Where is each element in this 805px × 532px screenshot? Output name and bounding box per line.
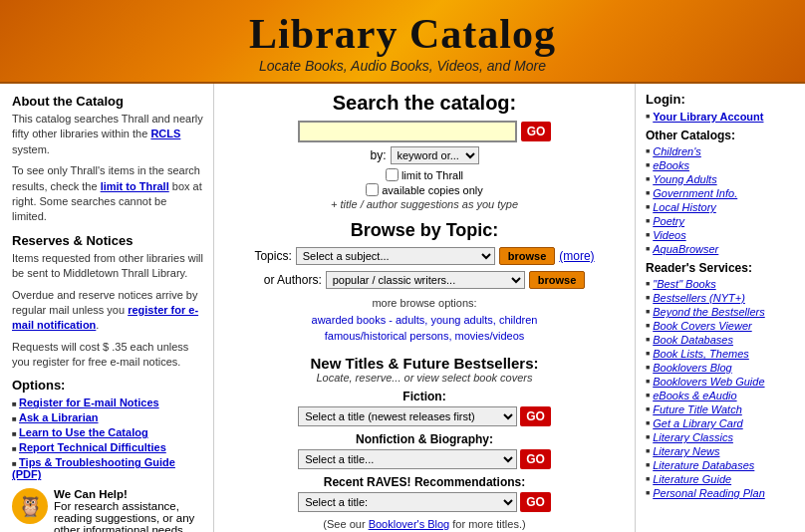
reader-beyond[interactable]: Beyond the Bestsellers [646, 306, 797, 318]
reader-ebooks-audio[interactable]: eBooks & eAudio [646, 390, 797, 401]
option-tips[interactable]: Tips & Troubleshooting Guide (PDF) [12, 456, 203, 480]
reader-book-lists[interactable]: Book Lists, Themes [646, 348, 797, 360]
catalog-ebooks[interactable]: eBooks [646, 159, 797, 171]
reserves-text2: Overdue and reserve notices arrive by re… [12, 288, 203, 334]
we-can-help-title: We Can Help! [54, 488, 128, 500]
page-title: Library Catalog [0, 10, 805, 58]
reader-lit-databases[interactable]: Literature Databases [646, 459, 797, 471]
about-limit-text: To see only Thrall's items in the search… [12, 163, 203, 225]
catalog-videos[interactable]: Videos [646, 229, 797, 241]
options-title: Options: [12, 378, 203, 393]
reader-literary-news[interactable]: Literary News [646, 445, 797, 457]
option-report[interactable]: Report Technical Difficulties [12, 441, 203, 453]
limit-checkbox-row: limit to Thrall [224, 168, 625, 181]
booklover-blog-link[interactable]: Booklover's Blog [369, 518, 450, 530]
page-subtitle: Locate Books, Audio Books, Videos, and M… [0, 58, 805, 74]
we-can-help-text: We Can Help! For research assistance, re… [54, 488, 203, 532]
nonfiction-go-button[interactable]: GO [520, 449, 551, 469]
nonfiction-row: Select a title... GO [224, 449, 625, 469]
catalog-young-adults[interactable]: Young Adults [646, 173, 797, 185]
catalogs-list: Children's eBooks Young Adults Governmen… [646, 145, 797, 255]
fiction-row: Select a title (newest releases first) G… [224, 406, 625, 426]
awarded-books-link[interactable]: awarded books - adults, young adults, ch… [312, 314, 538, 326]
option-learn[interactable]: Learn to Use the Catalog [12, 426, 203, 438]
limit-thrall-link[interactable]: limit to Thrall [101, 180, 169, 192]
limit-label: limit to Thrall [402, 169, 463, 181]
login-title: Login: [646, 92, 797, 107]
authors-row: or Authors: popular / classic writers...… [224, 271, 625, 289]
topics-select[interactable]: Select a subject... [296, 247, 495, 265]
reader-best-books[interactable]: "Best" Books [646, 278, 797, 290]
options-list: Register for E-mail Notices Ask a Librar… [12, 397, 203, 480]
we-can-help-body: For research assistance, reading suggest… [54, 500, 194, 532]
fiction-go-button[interactable]: GO [520, 406, 551, 426]
fiction-label: Fiction: [224, 390, 625, 403]
search-go-button[interactable]: GO [521, 122, 552, 141]
more-browse: more browse options: awarded books - adu… [224, 295, 625, 345]
options-section: Options: Register for E-mail Notices Ask… [12, 378, 203, 480]
reserves-text3: Requests will cost $ .35 each unless you… [12, 340, 203, 371]
available-label: available copies only [382, 184, 483, 196]
limit-thrall-checkbox[interactable] [386, 168, 399, 181]
catalog-government[interactable]: Government Info. [646, 187, 797, 199]
search-section: Search the catalog: GO by: keyword or...… [224, 92, 625, 210]
reader-lit-guide[interactable]: Literature Guide [646, 473, 797, 485]
more-options-label: more browse options: [372, 297, 476, 309]
about-text: This catalog searches Thrall and nearly … [12, 112, 203, 157]
reader-reading-plan[interactable]: Personal Reading Plan [646, 487, 797, 499]
readers-services-title: Reader's Services: [646, 261, 797, 275]
catalog-poetry[interactable]: Poetry [646, 215, 797, 227]
available-checkbox[interactable] [366, 183, 379, 196]
center-content: Search the catalog: GO by: keyword or...… [214, 84, 636, 532]
booklover-note: (See our Booklover's Blog for more title… [224, 518, 625, 530]
topics-label: Topics: [254, 249, 291, 263]
reader-booklovers-blog[interactable]: Booklovers Blog [646, 362, 797, 374]
by-label: by: [370, 148, 386, 162]
fiction-select[interactable]: Select a title (newest releases first) [298, 406, 517, 426]
we-can-help-section: 🦉 We Can Help! For research assistance, … [12, 488, 203, 532]
reader-get-card[interactable]: Get a Library Card [646, 417, 797, 429]
search-input[interactable] [298, 121, 517, 142]
new-titles-title: New Titles & Future Bestsellers: [224, 355, 625, 372]
owl-icon: 🦉 [12, 488, 48, 524]
authors-browse-button[interactable]: browse [529, 271, 586, 289]
page-header: Library Catalog Locate Books, Audio Book… [0, 0, 805, 84]
raves-go-button[interactable]: GO [520, 492, 551, 512]
other-catalogs-title: Other Catalogs: [646, 129, 797, 142]
rcls-link[interactable]: RCLS [150, 128, 180, 139]
historical-link[interactable]: famous/historical persons, movies/videos [325, 330, 525, 342]
your-account-link[interactable]: Your Library Account [653, 111, 763, 123]
login-list: Your Library Account [646, 111, 797, 123]
reader-bestsellers[interactable]: Bestsellers (NYT+) [646, 292, 797, 304]
more-link[interactable]: (more) [559, 249, 594, 263]
option-register[interactable]: Register for E-mail Notices [12, 397, 203, 408]
by-row: by: keyword or... [224, 146, 625, 164]
catalog-local-history[interactable]: Local History [646, 201, 797, 213]
raves-select[interactable]: Select a title: [298, 492, 517, 512]
left-sidebar: About the Catalog This catalog searches … [0, 84, 214, 532]
catalog-aquabrowser[interactable]: AquaBrowser [646, 243, 797, 255]
reader-classics[interactable]: Literary Classics [646, 431, 797, 443]
available-checkbox-row: available copies only [224, 183, 625, 196]
about-title: About the Catalog [12, 94, 203, 109]
new-titles-subtitle: Locate, reserve... or view select book c… [224, 372, 625, 384]
browse-title: Browse by Topic: [224, 220, 625, 241]
catalog-childrens[interactable]: Children's [646, 145, 797, 157]
reader-booklovers-web[interactable]: Booklovers Web Guide [646, 376, 797, 388]
reader-future-titles[interactable]: Future Title Watch [646, 403, 797, 415]
nonfiction-select[interactable]: Select a title... [298, 449, 517, 469]
topics-browse-button[interactable]: browse [499, 247, 556, 265]
readers-list: "Best" Books Bestsellers (NYT+) Beyond t… [646, 278, 797, 499]
your-account-item[interactable]: Your Library Account [646, 111, 797, 123]
about-text2: system. [12, 143, 50, 155]
reader-databases[interactable]: Book Databases [646, 334, 797, 346]
authors-select[interactable]: popular / classic writers... [326, 271, 525, 289]
keyword-select[interactable]: keyword or... [391, 146, 479, 164]
raves-label: Recent RAVES! Recommendations: [224, 475, 625, 489]
right-sidebar: Login: Your Library Account Other Catalo… [636, 84, 805, 532]
reader-covers[interactable]: Book Covers Viewer [646, 320, 797, 332]
authors-label: or Authors: [264, 273, 322, 287]
search-row: GO [224, 121, 625, 142]
option-librarian[interactable]: Ask a Librarian [12, 411, 203, 423]
search-tip: + title / author suggestions as you type [224, 198, 625, 210]
